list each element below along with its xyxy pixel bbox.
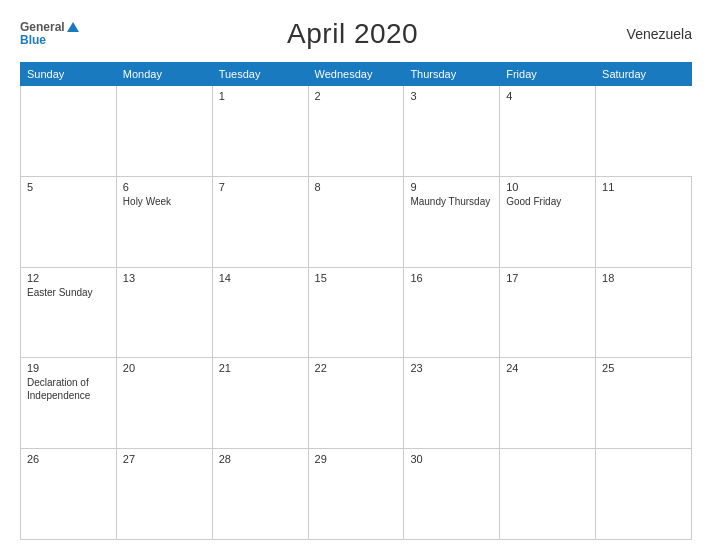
day-number: 5 (27, 181, 110, 193)
day-number: 7 (219, 181, 302, 193)
day-number: 12 (27, 272, 110, 284)
calendar-cell: 24 (500, 358, 596, 449)
calendar-cell: 20 (116, 358, 212, 449)
day-number: 8 (315, 181, 398, 193)
empty-cell (116, 86, 212, 177)
table-row: 2627282930 (21, 449, 692, 540)
event-label: Holy Week (123, 195, 206, 208)
calendar-cell: 15 (308, 267, 404, 358)
calendar-cell: 3 (404, 86, 500, 177)
calendar-cell: 23 (404, 358, 500, 449)
header-saturday: Saturday (596, 63, 692, 86)
calendar-cell: 29 (308, 449, 404, 540)
calendar-cell: 9Maundy Thursday (404, 176, 500, 267)
calendar-cell: 26 (21, 449, 117, 540)
calendar-cell: 2 (308, 86, 404, 177)
calendar-cell: 30 (404, 449, 500, 540)
day-number: 28 (219, 453, 302, 465)
day-number: 25 (602, 362, 685, 374)
event-label: Easter Sunday (27, 286, 110, 299)
country-label: Venezuela (627, 26, 692, 42)
logo-blue: Blue (20, 34, 79, 47)
day-number: 17 (506, 272, 589, 284)
calendar-cell: 12Easter Sunday (21, 267, 117, 358)
calendar-cell: 28 (212, 449, 308, 540)
logo: General Blue (20, 21, 79, 47)
day-number: 6 (123, 181, 206, 193)
day-number: 3 (410, 90, 493, 102)
day-number: 18 (602, 272, 685, 284)
calendar-cell: 8 (308, 176, 404, 267)
calendar-cell: 17 (500, 267, 596, 358)
calendar-cell: 10Good Friday (500, 176, 596, 267)
event-label: Declaration of Independence (27, 376, 110, 402)
day-number: 30 (410, 453, 493, 465)
calendar-cell: 7 (212, 176, 308, 267)
days-header-row: Sunday Monday Tuesday Wednesday Thursday… (21, 63, 692, 86)
calendar-cell: 21 (212, 358, 308, 449)
calendar-cell: 22 (308, 358, 404, 449)
header-wednesday: Wednesday (308, 63, 404, 86)
event-label: Good Friday (506, 195, 589, 208)
day-number: 21 (219, 362, 302, 374)
day-number: 23 (410, 362, 493, 374)
header-tuesday: Tuesday (212, 63, 308, 86)
header-monday: Monday (116, 63, 212, 86)
header-thursday: Thursday (404, 63, 500, 86)
day-number: 24 (506, 362, 589, 374)
table-row: 56Holy Week789Maundy Thursday10Good Frid… (21, 176, 692, 267)
logo-triangle-icon (67, 22, 79, 32)
calendar-cell (500, 449, 596, 540)
calendar-cell: 27 (116, 449, 212, 540)
day-number: 29 (315, 453, 398, 465)
calendar-cell: 4 (500, 86, 596, 177)
day-number: 1 (219, 90, 302, 102)
day-number: 16 (410, 272, 493, 284)
calendar-title: April 2020 (287, 18, 418, 50)
calendar-cell: 16 (404, 267, 500, 358)
calendar-cell: 19Declaration of Independence (21, 358, 117, 449)
calendar-cell (596, 449, 692, 540)
calendar-cell: 6Holy Week (116, 176, 212, 267)
calendar-cell: 25 (596, 358, 692, 449)
empty-cell (21, 86, 117, 177)
day-number: 10 (506, 181, 589, 193)
header-sunday: Sunday (21, 63, 117, 86)
day-number: 11 (602, 181, 685, 193)
event-label: Maundy Thursday (410, 195, 493, 208)
table-row: 19Declaration of Independence20212223242… (21, 358, 692, 449)
calendar-cell: 14 (212, 267, 308, 358)
calendar-cell: 18 (596, 267, 692, 358)
day-number: 20 (123, 362, 206, 374)
day-number: 27 (123, 453, 206, 465)
day-number: 4 (506, 90, 589, 102)
calendar-cell: 13 (116, 267, 212, 358)
calendar-cell: 11 (596, 176, 692, 267)
table-row: 1234 (21, 86, 692, 177)
day-number: 2 (315, 90, 398, 102)
calendar-cell: 5 (21, 176, 117, 267)
calendar-cell: 1 (212, 86, 308, 177)
day-number: 13 (123, 272, 206, 284)
day-number: 15 (315, 272, 398, 284)
header-friday: Friday (500, 63, 596, 86)
day-number: 19 (27, 362, 110, 374)
header: General Blue April 2020 Venezuela (20, 18, 692, 50)
day-number: 26 (27, 453, 110, 465)
table-row: 12Easter Sunday131415161718 (21, 267, 692, 358)
day-number: 22 (315, 362, 398, 374)
calendar-table: Sunday Monday Tuesday Wednesday Thursday… (20, 62, 692, 540)
day-number: 14 (219, 272, 302, 284)
page: General Blue April 2020 Venezuela Sunday… (0, 0, 712, 550)
day-number: 9 (410, 181, 493, 193)
